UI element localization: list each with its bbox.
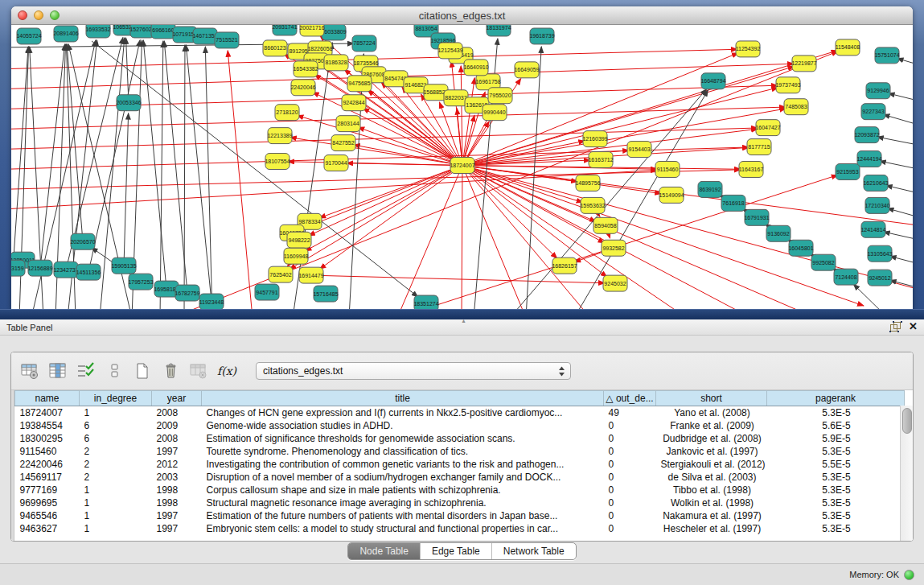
cell-name[interactable]: 9115460 <box>15 445 80 458</box>
cell-short[interactable]: Tibbo et al. (1998) <box>656 484 767 496</box>
graph-node[interactable]: 12219877 <box>791 56 816 72</box>
graph-edge[interactable] <box>184 45 185 310</box>
table-row[interactable]: 1830029562008Estimation of significance … <box>15 432 905 445</box>
graph-node[interactable]: 14055724 <box>16 28 41 44</box>
graph-node[interactable]: 16047427 <box>755 120 780 136</box>
table-scrollbar[interactable] <box>900 406 913 541</box>
splitter-handle-icon[interactable]: ▴ <box>462 319 466 323</box>
graph-node[interactable]: 19737493 <box>775 77 800 93</box>
cell-year[interactable]: 2003 <box>152 471 202 484</box>
graph-node[interactable]: 7955020 <box>488 88 512 104</box>
graph-node[interactable]: 11923448 <box>199 294 224 310</box>
cell-year[interactable]: 1998 <box>152 484 202 496</box>
cell-title[interactable]: Disruption of a novel member of a sodium… <box>202 471 604 484</box>
graph-edge[interactable] <box>883 114 913 125</box>
graph-node[interactable]: 12213389 <box>267 128 292 144</box>
tab-network-table[interactable]: Network Table <box>491 543 576 559</box>
cell-name[interactable]: 9699695 <box>15 496 80 509</box>
graph-node[interactable]: 16826157 <box>552 257 577 274</box>
show-columns-icon[interactable] <box>47 361 68 381</box>
graph-node[interactable]: 20021716 <box>299 25 324 36</box>
graph-node[interactable]: 7616918 <box>721 195 745 211</box>
graph-edge[interactable] <box>88 40 140 272</box>
graph-node[interactable]: 8660123 <box>263 40 287 56</box>
graph-node[interactable]: 7485083 <box>784 99 808 115</box>
cell-year[interactable]: 1997 <box>152 509 202 522</box>
graph-edge[interactable] <box>853 284 888 310</box>
graph-node[interactable]: 8427552 <box>331 135 355 151</box>
cell-pagerank[interactable]: 5.3E-5 <box>767 509 905 522</box>
cell-year[interactable]: 2009 <box>152 419 202 432</box>
table-mode-icon[interactable] <box>19 361 40 381</box>
graph-node[interactable]: 9129946 <box>866 83 890 99</box>
graph-node[interactable]: 9170044 <box>324 155 348 171</box>
graph-node[interactable]: 14511356 <box>76 264 101 280</box>
cell-year[interactable]: 2008 <box>152 406 202 420</box>
function-builder-icon[interactable]: f(x) <box>216 361 237 381</box>
table-row[interactable]: 946554611997Estimation of the future num… <box>15 509 905 522</box>
cell-name[interactable]: 19384554 <box>15 419 80 432</box>
graph-node[interactable]: 12156889 <box>27 260 52 276</box>
cell-pagerank[interactable]: 5.3E-5 <box>767 471 905 484</box>
graph-edge[interactable] <box>164 41 187 293</box>
graph-node[interactable]: 7124408 <box>834 269 858 285</box>
graph-edge[interactable] <box>884 232 913 240</box>
graph-edge[interactable] <box>311 275 605 283</box>
cell-year[interactable]: 2008 <box>152 432 202 445</box>
cell-pagerank[interactable]: 5.3E-5 <box>767 445 905 458</box>
column-header-year[interactable]: year <box>152 391 202 406</box>
cell-in_degree[interactable]: 1 <box>80 406 152 420</box>
graph-node[interactable]: 16210643 <box>863 175 888 191</box>
cell-title[interactable]: Changes of HCN gene expression and I(f) … <box>202 406 604 420</box>
graph-node[interactable]: 3913159 <box>11 260 25 276</box>
graph-node[interactable]: 16033809 <box>321 25 346 40</box>
graph-edge[interactable] <box>889 93 913 101</box>
graph-edge[interactable] <box>186 45 211 302</box>
select-all-icon[interactable] <box>76 361 97 381</box>
cell-short[interactable]: Wolkin et al. (1998) <box>656 496 767 509</box>
tab-edge-table[interactable]: Edge Table <box>420 543 491 559</box>
graph-node[interactable]: 15751074 <box>874 47 899 64</box>
cell-in_degree[interactable]: 2 <box>80 445 152 458</box>
tab-node-table[interactable]: Node Table <box>348 543 420 559</box>
cell-title[interactable]: Structural magnetic resonance image aver… <box>202 496 604 509</box>
graph-node[interactable]: 7515521 <box>215 32 239 48</box>
close-panel-icon[interactable]: ✕ <box>909 321 918 332</box>
graph-edge[interactable] <box>320 166 462 270</box>
graph-node[interactable]: 16640910 <box>463 60 488 76</box>
cell-pagerank[interactable]: 5.3E-5 <box>767 406 905 420</box>
graph-node[interactable]: 2718120 <box>275 105 299 121</box>
graph-node[interactable]: 9990440 <box>483 105 507 121</box>
graph-edge[interactable] <box>462 166 687 310</box>
graph-node[interactable]: 15149094 <box>659 187 684 203</box>
graph-edge[interactable] <box>305 166 462 251</box>
cell-short[interactable]: Hescheler et al. (1997) <box>656 522 767 535</box>
row-height-icon[interactable] <box>104 361 125 381</box>
float-panel-icon[interactable] <box>889 321 902 332</box>
column-header-in_degree[interactable]: in_degree <box>80 391 152 406</box>
cell-in_degree[interactable]: 2 <box>80 458 152 471</box>
cell-short[interactable]: Franke et al. (2009) <box>656 419 767 432</box>
graph-node[interactable]: 20891406 <box>53 26 78 42</box>
graph-node[interactable]: 7625402 <box>269 266 293 282</box>
table-row[interactable]: 2242004622012Investigating the contribut… <box>15 458 905 471</box>
table-row[interactable]: 977716911998Corpus callosum shape and si… <box>15 484 905 496</box>
network-window-titlebar[interactable]: citations_edges.txt <box>11 6 913 25</box>
cell-pagerank[interactable]: 5.5E-5 <box>767 458 905 471</box>
graph-node[interactable]: 11643167 <box>739 162 764 178</box>
graph-node[interactable]: 14671358 <box>192 28 217 44</box>
graph-node[interactable]: 8186328 <box>324 55 348 71</box>
graph-node[interactable]: 12160399 <box>582 131 607 147</box>
cell-name[interactable]: 22420046 <box>15 458 80 471</box>
graph-node[interactable]: 16791931 <box>744 209 769 225</box>
graph-node[interactable]: 19618739 <box>529 28 554 44</box>
cell-title[interactable]: Estimation of the future numbers of pati… <box>202 509 604 522</box>
graph-node[interactable]: 18351274 <box>413 295 438 310</box>
cell-name[interactable]: 18300295 <box>15 432 80 445</box>
graph-node[interactable]: 9245032 <box>603 275 627 291</box>
cell-out_de[interactable]: 49 <box>604 406 656 420</box>
graph-node[interactable]: 11609948 <box>284 248 309 264</box>
graph-node[interactable]: 18131974 <box>486 25 511 36</box>
cell-pagerank[interactable]: 5.3E-5 <box>767 496 905 509</box>
graph-node[interactable]: 16782759 <box>175 285 199 301</box>
